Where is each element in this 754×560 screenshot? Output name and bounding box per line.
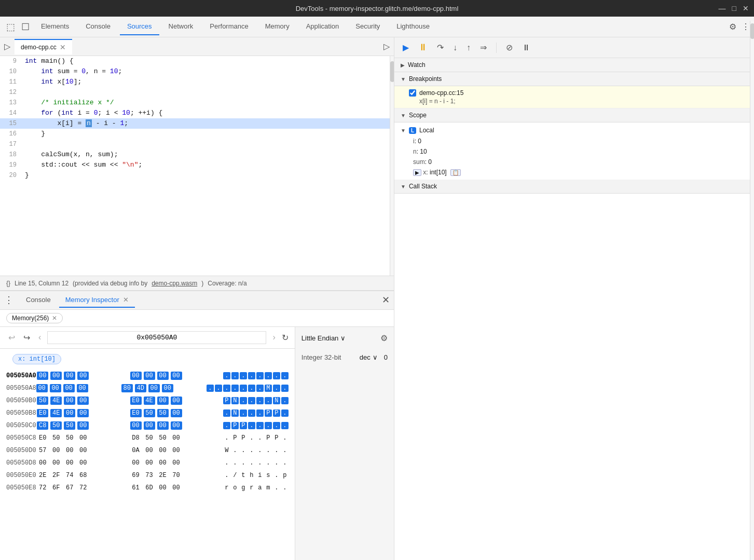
ascii-char[interactable]: . [248, 385, 255, 392]
hex-byte[interactable]: 00 [64, 459, 75, 467]
hex-byte[interactable]: E0 [37, 434, 48, 442]
ascii-char[interactable]: m [265, 484, 272, 491]
hex-byte[interactable]: 6F [50, 484, 62, 492]
hex-byte[interactable]: 00 [77, 397, 89, 405]
hex-byte[interactable]: 00 [144, 372, 155, 380]
refresh-btn[interactable]: ↻ [282, 333, 289, 343]
ascii-char[interactable]: P [240, 422, 247, 429]
three-dot-menu[interactable]: ⋮ [4, 294, 13, 306]
hex-byte[interactable]: 50 [157, 434, 169, 442]
hex-byte[interactable]: 00 [171, 409, 182, 417]
deactivate-breakpoints-btn[interactable]: ⊘ [504, 40, 515, 54]
debugger-scrollbar-thumb[interactable] [750, 37, 754, 39]
tab-lighthouse[interactable]: Lighthouse [389, 18, 437, 35]
ascii-char[interactable]: . [265, 459, 272, 467]
hex-byte[interactable]: 4E [50, 397, 62, 405]
ascii-char[interactable]: . [265, 397, 272, 404]
ascii-char[interactable]: . [223, 372, 230, 379]
ascii-char[interactable]: r [223, 484, 230, 491]
ascii-char[interactable]: . [231, 372, 239, 379]
ascii-char[interactable]: r [248, 484, 255, 491]
hex-byte[interactable]: 00 [64, 372, 75, 380]
hex-byte[interactable]: 00 [157, 421, 169, 430]
prev-page-btn[interactable]: ‹ [36, 332, 43, 343]
ascii-char[interactable]: . [248, 397, 255, 404]
address-input[interactable] [47, 331, 266, 344]
hex-byte[interactable]: 00 [130, 421, 142, 430]
hex-byte[interactable]: 72 [77, 484, 89, 492]
inspect-icon[interactable]: ⬚ [4, 19, 17, 35]
hex-byte[interactable]: 00 [130, 372, 142, 380]
ascii-char[interactable]: . [248, 459, 255, 467]
tab-console[interactable]: Console [78, 18, 118, 35]
device-icon[interactable]: ☐ [19, 19, 32, 35]
ascii-char[interactable]: N [273, 397, 280, 404]
ascii-char[interactable]: . [240, 409, 247, 417]
back-history-btn[interactable]: ↩ [6, 332, 17, 344]
hex-byte[interactable]: 00 [77, 459, 89, 467]
ascii-char[interactable]: N [231, 397, 239, 404]
hex-byte[interactable]: 00 [63, 384, 75, 392]
step-out-btn[interactable]: ↑ [464, 41, 473, 54]
hex-byte[interactable]: E0 [37, 409, 48, 417]
ascii-char[interactable]: . [281, 434, 289, 442]
ascii-char[interactable]: . [265, 422, 272, 429]
ascii-char[interactable]: . [223, 422, 230, 429]
ascii-char[interactable]: . [281, 459, 289, 467]
ascii-char[interactable]: . [256, 397, 264, 404]
ascii-char[interactable]: W [223, 447, 230, 454]
hex-byte[interactable]: 50 [144, 409, 155, 417]
hex-byte[interactable]: D8 [130, 434, 142, 442]
step-over-btn[interactable]: ↷ [435, 40, 446, 54]
scrollbar-thumb[interactable] [390, 61, 394, 82]
sidebar-toggle-btn[interactable]: ▷ [4, 42, 10, 51]
hex-byte[interactable]: 00 [171, 421, 182, 430]
ascii-char[interactable]: / [231, 472, 239, 479]
ascii-char[interactable]: . [281, 385, 289, 392]
pause-on-exceptions-btn[interactable]: ⏸ [520, 41, 532, 54]
hex-byte[interactable]: 00 [77, 421, 89, 430]
hex-byte[interactable]: 00 [64, 409, 75, 417]
tab-console-bottom[interactable]: Console [20, 293, 57, 308]
hex-byte[interactable]: 00 [37, 372, 48, 380]
ascii-char[interactable]: . [231, 459, 239, 467]
ascii-char[interactable]: M [265, 385, 272, 392]
hex-byte[interactable]: 2E [37, 471, 48, 480]
hex-byte[interactable]: 00 [157, 484, 169, 492]
hex-byte[interactable]: 00 [157, 459, 169, 467]
ascii-char[interactable]: . [248, 372, 255, 379]
hex-byte[interactable]: 67 [64, 484, 75, 492]
scope-local-header[interactable]: ▼ L Local [394, 125, 754, 136]
hex-byte[interactable]: 00 [77, 409, 89, 417]
ascii-char[interactable]: t [240, 472, 247, 479]
hex-byte[interactable]: 0A [130, 446, 142, 455]
hex-byte[interactable]: 00 [37, 459, 48, 467]
ascii-char[interactable]: . [231, 447, 239, 454]
ascii-char[interactable]: o [231, 484, 239, 491]
ascii-char[interactable]: P [231, 434, 239, 442]
ascii-char[interactable]: . [256, 409, 264, 417]
ascii-char[interactable]: s [265, 472, 272, 479]
hex-byte[interactable]: 2E [157, 471, 169, 480]
ascii-char[interactable]: . [248, 422, 255, 429]
ascii-char[interactable]: . [281, 422, 289, 429]
ascii-char[interactable]: . [273, 447, 280, 454]
hex-byte[interactable]: 00 [77, 372, 89, 380]
ascii-char[interactable]: . [240, 459, 247, 467]
ascii-char[interactable]: g [240, 484, 247, 491]
ascii-char[interactable]: . [223, 434, 230, 442]
more-options-icon[interactable]: ⋮ [742, 22, 750, 32]
ascii-char[interactable]: p [281, 472, 289, 479]
ascii-char[interactable]: . [231, 385, 239, 392]
ascii-char[interactable]: . [240, 372, 247, 379]
hex-byte[interactable]: 00 [171, 372, 182, 380]
ascii-char[interactable]: . [273, 484, 280, 491]
next-page-btn[interactable]: › [270, 332, 277, 343]
ascii-char[interactable]: . [256, 372, 264, 379]
scope-section-header[interactable]: ▼ Scope [394, 108, 754, 122]
minimize-btn[interactable]: — [719, 4, 726, 12]
ascii-char[interactable]: . [281, 397, 289, 404]
ascii-char[interactable]: P [265, 434, 272, 442]
ascii-char[interactable]: P [273, 434, 280, 442]
hex-byte[interactable]: 00 [144, 446, 155, 455]
